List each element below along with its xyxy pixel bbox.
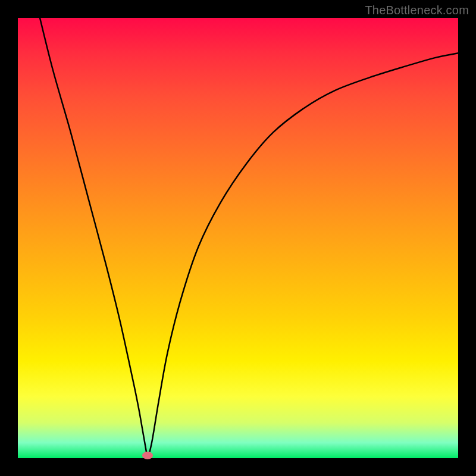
marker-dot (142, 452, 153, 459)
plot-area (18, 18, 458, 458)
watermark-text: TheBottleneck.com (365, 4, 469, 17)
curve-svg (18, 18, 458, 458)
chart-frame (18, 18, 458, 458)
curve-line (40, 18, 458, 458)
